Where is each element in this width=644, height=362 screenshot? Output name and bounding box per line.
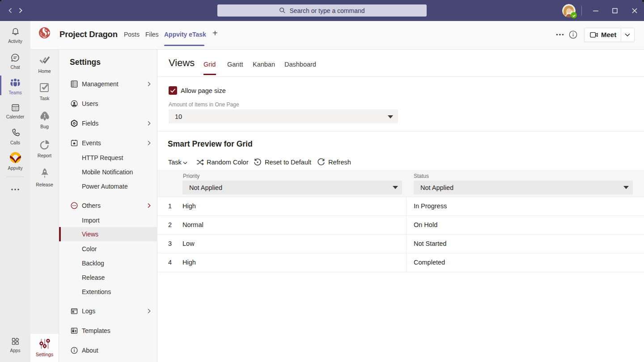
svg-text:LOG: LOG xyxy=(72,311,76,313)
